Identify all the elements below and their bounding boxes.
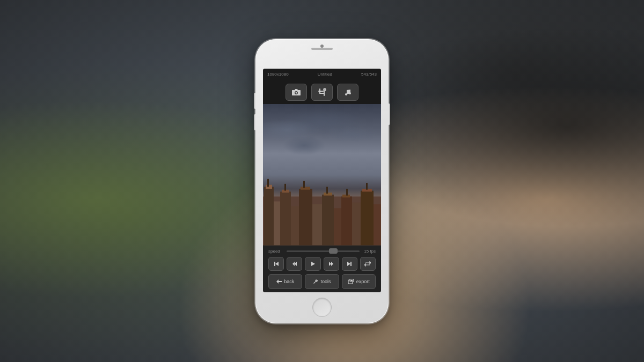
svg-rect-41 — [350, 262, 352, 266]
photo-preview — [263, 104, 381, 246]
back-button[interactable]: back — [268, 274, 302, 289]
svg-rect-16 — [334, 209, 341, 246]
export-label: export — [356, 279, 370, 284]
playback-controls — [268, 257, 376, 271]
back-arrow-icon — [276, 279, 282, 284]
counter-label: 543/543 — [361, 72, 377, 77]
fps-label: 15 fps — [363, 249, 376, 254]
home-button[interactable] — [312, 298, 332, 317]
svg-point-7 — [349, 92, 351, 94]
svg-rect-30 — [326, 187, 328, 194]
tools-label: tools — [320, 279, 331, 284]
music-button[interactable] — [337, 84, 358, 101]
svg-rect-43 — [277, 281, 282, 282]
icon-button-row — [263, 80, 381, 104]
rewind-icon — [292, 261, 297, 267]
app-ui: 1080x1080 Untitled 543/543 — [263, 69, 381, 292]
fast-forward-icon — [328, 261, 334, 267]
volume-down-button — [254, 114, 255, 130]
svg-marker-35 — [292, 262, 295, 266]
speed-slider-thumb[interactable] — [329, 248, 338, 254]
svg-marker-40 — [347, 262, 350, 266]
svg-marker-34 — [275, 262, 279, 266]
svg-marker-38 — [329, 262, 331, 266]
svg-rect-19 — [361, 191, 374, 246]
power-button — [389, 104, 390, 125]
earpiece-speaker — [311, 48, 333, 50]
speed-slider-track[interactable] — [287, 250, 360, 252]
svg-rect-2 — [324, 91, 325, 96]
action-buttons: back tools — [268, 274, 376, 289]
rewind-button[interactable] — [287, 257, 302, 271]
loop-icon — [364, 261, 371, 267]
tools-button[interactable]: tools — [305, 274, 339, 289]
svg-rect-23 — [301, 187, 310, 190]
app-topbar: 1080x1080 Untitled 543/543 — [263, 69, 381, 80]
crop-icon — [318, 88, 326, 97]
svg-rect-27 — [267, 179, 269, 187]
svg-rect-32 — [366, 183, 368, 190]
skip-to-end-button[interactable] — [342, 257, 357, 271]
loop-button[interactable] — [360, 257, 376, 271]
camera-button[interactable] — [286, 84, 307, 101]
speed-label: speed — [268, 249, 283, 254]
iphone-body: 1080x1080 Untitled 543/543 — [255, 39, 389, 323]
iphone-device: 1080x1080 Untitled 543/543 — [255, 39, 389, 323]
svg-marker-37 — [311, 262, 315, 266]
iphone-screen: 1080x1080 Untitled 543/543 — [263, 69, 381, 292]
export-icon — [348, 279, 354, 284]
svg-line-5 — [324, 89, 325, 90]
svg-rect-17 — [341, 197, 352, 246]
svg-point-6 — [345, 93, 347, 95]
svg-rect-18 — [352, 203, 361, 246]
camera-icon — [291, 88, 301, 96]
resolution-label: 1080x1080 — [267, 72, 289, 77]
play-button[interactable] — [305, 257, 320, 271]
svg-rect-9 — [264, 187, 274, 246]
svg-rect-12 — [291, 206, 299, 246]
fast-forward-button[interactable] — [324, 257, 339, 271]
volume-up-button — [254, 93, 255, 109]
svg-rect-29 — [303, 181, 305, 188]
svg-rect-15 — [322, 195, 334, 245]
skip-to-start-button[interactable] — [268, 257, 284, 271]
back-label: back — [284, 279, 294, 284]
export-button[interactable]: export — [342, 274, 376, 289]
play-icon — [310, 261, 316, 267]
svg-marker-36 — [295, 262, 297, 266]
speed-control-row: speed 15 fps — [268, 249, 376, 254]
svg-rect-20 — [374, 204, 381, 245]
title-label: Untitled — [318, 72, 332, 77]
svg-rect-33 — [274, 262, 275, 266]
svg-rect-11 — [280, 192, 291, 246]
skip-end-icon — [347, 261, 352, 267]
crop-button[interactable] — [311, 84, 333, 101]
svg-rect-28 — [284, 184, 286, 191]
music-icon — [343, 88, 352, 97]
svg-rect-31 — [346, 189, 348, 196]
svg-rect-13 — [299, 189, 312, 245]
city-skyline — [263, 167, 381, 245]
skip-start-icon — [274, 261, 279, 267]
svg-marker-39 — [331, 262, 333, 266]
svg-rect-10 — [274, 202, 280, 246]
controls-panel: speed 15 fps — [263, 246, 381, 292]
svg-rect-14 — [312, 204, 322, 245]
svg-rect-3 — [318, 91, 324, 92]
wrench-icon — [313, 279, 318, 284]
